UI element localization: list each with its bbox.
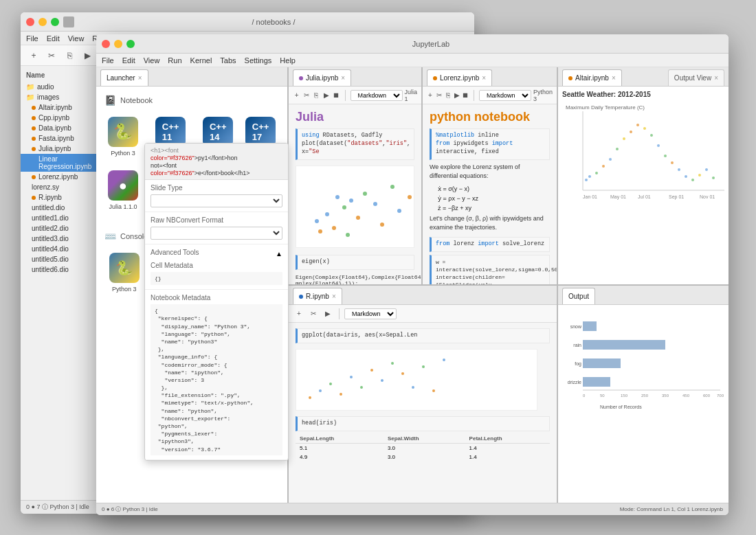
r-code-head[interactable]: head(iris) xyxy=(296,416,550,431)
r-tab-close[interactable]: × xyxy=(332,293,336,300)
add-cell-button[interactable]: + xyxy=(26,48,41,63)
output-view-close[interactable]: × xyxy=(714,74,718,82)
front-window-title: JupyterLab xyxy=(139,40,723,48)
r-add-btn[interactable]: + xyxy=(293,308,305,320)
output-view-tab[interactable]: Output View × xyxy=(668,69,724,86)
lorenz-tab[interactable]: Lorenz.ipynb × xyxy=(427,69,492,86)
svg-point-2 xyxy=(332,226,336,230)
advanced-tools-label[interactable]: Advanced Tools xyxy=(151,249,199,256)
notebook-metadata-value[interactable]: { "kernelspec": { "display_name": "Pytho… xyxy=(151,304,282,455)
file-dot xyxy=(32,175,36,179)
svg-point-48 xyxy=(588,175,591,178)
slide-type-select[interactable] xyxy=(151,194,282,207)
lorenz-add-btn[interactable]: + xyxy=(427,89,434,102)
julia-tab[interactable]: Julia.ipynb × xyxy=(293,69,351,86)
svg-text:250: 250 xyxy=(641,394,649,398)
front-menu-edit[interactable]: Edit xyxy=(122,56,135,65)
cell-metadata-value[interactable]: {} xyxy=(151,272,282,285)
advanced-tools-section: Advanced Tools ▲ Cell Metadata {} xyxy=(145,244,288,290)
lorenz-copy-btn[interactable]: ⎘ xyxy=(445,89,452,102)
julia-code-eigen[interactable]: eigen(x) xyxy=(296,255,414,270)
folder-icon: 📁 xyxy=(26,83,34,91)
back-titlebar: / notebooks / xyxy=(21,12,474,32)
julia-copy-btn[interactable]: ⎘ xyxy=(313,89,320,102)
file-dot xyxy=(32,196,36,200)
menu-file[interactable]: File xyxy=(26,34,38,43)
copy-button[interactable]: ⎘ xyxy=(62,48,77,63)
julia-cut-btn[interactable]: ✂ xyxy=(302,89,310,102)
lorenz-run-btn[interactable]: ▶ xyxy=(454,89,460,102)
front-menu-file[interactable]: File xyxy=(102,56,114,65)
menu-view[interactable]: View xyxy=(68,34,85,43)
r-panel-body[interactable]: ggplot(data=iris, aes(x=Sepal.Len xyxy=(289,323,557,503)
svg-text:fog: fog xyxy=(575,361,581,367)
lorenz-cell-type[interactable]: Markdown xyxy=(479,90,531,101)
altair-close[interactable]: × xyxy=(612,74,616,82)
raw-format-section: Raw NBConvert Format xyxy=(145,212,288,244)
r-cut-btn[interactable]: ✂ xyxy=(307,308,320,320)
julia-tab-close[interactable]: × xyxy=(341,74,345,82)
svg-point-0 xyxy=(315,219,319,223)
lorenz-code2[interactable]: from lorenz import solve_lorenz xyxy=(430,237,550,252)
r-tab-label: R.ipynb xyxy=(306,293,329,300)
svg-point-28 xyxy=(340,393,342,396)
lorenz-cut-btn[interactable]: ✂ xyxy=(436,89,443,102)
julia-panel-body[interactable]: Julia using RDatasets, Gadfly plot(datas… xyxy=(289,104,421,284)
collapse-icon[interactable]: ▲ xyxy=(276,250,282,258)
menu-edit[interactable]: Edit xyxy=(47,34,60,43)
front-menu-settings[interactable]: Settings xyxy=(245,56,272,65)
front-menu-tabs[interactable]: Tabs xyxy=(220,56,236,65)
edit-panel-title: <h1><font color="#f37626">py1</font>hon … xyxy=(151,146,250,177)
lorenz-code1[interactable]: %matplotlib inline from ipywidgets impor… xyxy=(430,128,550,160)
front-maximize-dot[interactable] xyxy=(126,40,135,48)
front-menu-view[interactable]: View xyxy=(144,56,160,65)
r-cell-type[interactable]: Markdown xyxy=(344,308,397,319)
svg-text:Sep 01: Sep 01 xyxy=(669,194,684,200)
lorenz-code3[interactable]: w = interactive(solve_lorenz,sigma=0.0,5… xyxy=(430,255,550,284)
launcher-close-icon[interactable]: × xyxy=(138,74,142,82)
svg-point-55 xyxy=(636,124,639,126)
julia-run-btn[interactable]: ▶ xyxy=(322,89,330,102)
front-menu-run[interactable]: Run xyxy=(168,56,181,65)
raw-format-select[interactable] xyxy=(151,227,282,240)
close-dot[interactable] xyxy=(26,18,34,26)
altair-tab[interactable]: Altair.ipynb × xyxy=(562,69,622,86)
launcher-julia[interactable]: ● Julia 1.1.0 xyxy=(104,166,142,221)
r-iris-table: Sepal.Length Sepal.Width Petal.Length 5.… xyxy=(296,434,550,462)
launcher-console-py3[interactable]: 🐍 Python 3 xyxy=(104,249,144,297)
svg-text:0: 0 xyxy=(583,394,586,398)
svg-point-58 xyxy=(657,144,660,147)
minimize-dot[interactable] xyxy=(38,18,47,26)
svg-point-14 xyxy=(408,195,412,199)
julia-cell-type[interactable]: Markdown xyxy=(351,90,403,101)
lorenz-math1: ẋ = σ(y − x) xyxy=(430,185,550,192)
output-bottom-tab-bar: Output xyxy=(558,286,729,305)
run-button[interactable]: ▶ xyxy=(80,48,95,63)
r-tab-bar: R.ipynb × xyxy=(289,286,557,305)
launcher-python3[interactable]: 🐍 Python 3 xyxy=(104,113,142,161)
notebook-metadata-section: Notebook Metadata { "kernelspec": { "dis… xyxy=(145,290,288,460)
lorenz-title: python notebook xyxy=(430,110,550,124)
python3-icon: 🐍 xyxy=(108,117,138,147)
lorenz-panel-body[interactable]: python notebook %matplotlib inline from … xyxy=(423,104,557,284)
julia-stop-btn[interactable]: ⏹ xyxy=(333,89,340,102)
lorenz-tab-close[interactable]: × xyxy=(482,74,486,82)
r-code1[interactable]: ggplot(data=iris, aes(x=Sepal.Len xyxy=(296,328,550,343)
file-dot xyxy=(32,147,36,151)
lorenz-tab-bar: Lorenz.ipynb × xyxy=(423,67,557,87)
svg-rect-73 xyxy=(583,358,621,368)
front-close-dot[interactable] xyxy=(102,40,110,48)
julia-add-btn[interactable]: + xyxy=(293,89,300,102)
front-menu-help[interactable]: Help xyxy=(280,56,296,65)
r-table-header-sepal-length: Sepal.Length xyxy=(296,434,383,444)
front-menu-kernel[interactable]: Kernel xyxy=(190,56,212,65)
maximize-dot[interactable] xyxy=(51,18,59,26)
lorenz-stop-btn[interactable]: ⏹ xyxy=(462,89,469,102)
julia-code1[interactable]: using RDatasets, Gadfly plot(dataset("da… xyxy=(296,128,414,160)
r-run-btn[interactable]: ▶ xyxy=(322,308,334,320)
front-minimize-dot[interactable] xyxy=(114,40,122,48)
output-bottom-tab[interactable]: Output xyxy=(562,288,595,304)
r-tab[interactable]: R.ipynb × xyxy=(293,288,342,304)
launcher-tab[interactable]: Launcher × xyxy=(100,69,148,86)
cut-button[interactable]: ✂ xyxy=(44,48,59,63)
